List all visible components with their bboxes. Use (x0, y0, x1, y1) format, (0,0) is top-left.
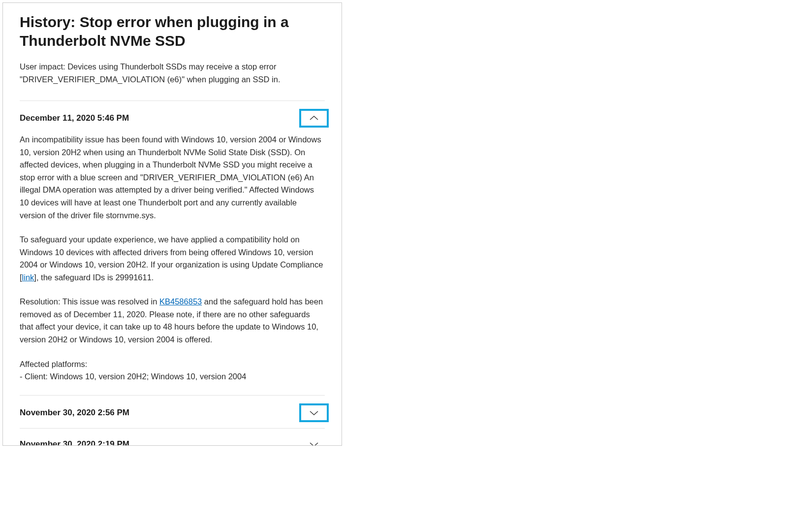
text-fragment: Resolution: This issue was resolved in (20, 297, 159, 306)
entry-header-0[interactable]: December 11, 2020 5:46 PM (20, 101, 325, 133)
entry-paragraph: Affected platforms: - Client: Windows 10… (20, 358, 325, 383)
update-compliance-link[interactable]: link (22, 273, 34, 282)
text-fragment: - Client: Windows 10, version 20H2; Wind… (20, 372, 246, 381)
text-fragment: Affected platforms: (20, 360, 87, 368)
entry-date: December 11, 2020 5:46 PM (20, 113, 129, 123)
chevron-up-icon (310, 115, 318, 121)
chevron-down-icon (310, 441, 318, 446)
page-title: History: Stop error when plugging in a T… (20, 10, 325, 50)
kb-link[interactable]: KB4586853 (159, 297, 202, 306)
text-fragment: ], the safeguard IDs is 29991611. (34, 273, 154, 282)
chevron-down-icon (310, 410, 318, 416)
entry-paragraph: To safeguard your update experience, we … (20, 233, 325, 284)
entry-paragraph: Resolution: This issue was resolved in K… (20, 296, 325, 346)
entry-paragraph: An incompatibility issue has been found … (20, 133, 325, 222)
entry-body-0: An incompatibility issue has been found … (20, 133, 325, 383)
expand-button[interactable] (303, 436, 325, 446)
user-impact-text: User impact: Devices using Thunderbolt S… (20, 61, 325, 86)
expand-button-highlight[interactable] (299, 403, 329, 422)
entry-date: November 30, 2020 2:19 PM (20, 439, 129, 446)
entry-date: November 30, 2020 2:56 PM (20, 408, 129, 418)
history-panel: History: Stop error when plugging in a T… (2, 2, 342, 446)
collapse-button-highlight[interactable] (299, 109, 329, 128)
entry-header-2[interactable]: November 30, 2020 2:19 PM (20, 429, 325, 446)
entry-header-1[interactable]: November 30, 2020 2:56 PM (20, 396, 325, 428)
